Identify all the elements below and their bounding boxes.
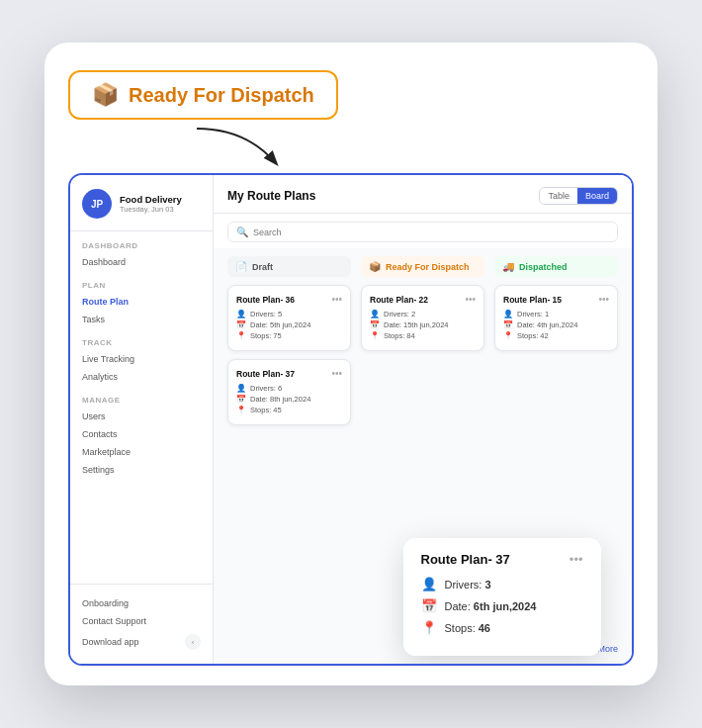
board-view-button[interactable]: Board: [577, 188, 617, 204]
card-route-15: Route Plan- 15 ••• 👤 Drivers: 1 📅 Date: …: [494, 285, 618, 351]
card-menu-15[interactable]: •••: [598, 294, 609, 305]
dispatch-badge-icon: 📦: [92, 82, 119, 108]
tooltip-menu[interactable]: •••: [570, 552, 583, 567]
sidebar-item-users[interactable]: Users: [70, 408, 213, 425]
sidebar-item-contact-support[interactable]: Contact Support: [70, 612, 213, 630]
badge-area: 📦 Ready For Dispatch: [68, 70, 634, 120]
sidebar-item-route-plan[interactable]: Route Plan: [70, 293, 213, 311]
arrow-area: [118, 124, 634, 173]
card-route-36: Route Plan- 36 ••• 👤 Drivers: 5 📅 Date: …: [227, 285, 351, 351]
view-toggle: Table Board: [539, 187, 618, 205]
tooltip-drivers-row: 👤 Drivers: 3: [421, 577, 583, 592]
sidebar-item-marketplace[interactable]: Marketplace: [70, 443, 213, 461]
tooltip-drivers-icon: 👤: [421, 577, 437, 592]
col-header-ready: 📦 Ready For Dispatch: [361, 256, 484, 277]
ready-col-label: Ready For Dispatch: [386, 262, 470, 272]
tooltip-date-row: 📅 Date: 6th jun,2024: [421, 598, 583, 613]
sidebar: JP Food Delivery Tuesday, Jun 03 Dashboa…: [70, 175, 214, 664]
sidebar-logo: JP Food Delivery Tuesday, Jun 03: [70, 189, 213, 231]
card-title-37: Route Plan- 37: [236, 369, 295, 379]
main-card: 📦 Ready For Dispatch JP: [44, 43, 658, 685]
tooltip-title: Route Plan- 37 •••: [421, 552, 583, 567]
card-menu-37[interactable]: •••: [331, 368, 342, 379]
search-icon: 🔍: [236, 227, 248, 237]
draft-col-icon: 📄: [235, 261, 247, 272]
main-content: My Route Plans Table Board 🔍: [214, 175, 632, 664]
page-title: My Route Plans: [227, 189, 315, 203]
dispatched-col-icon: 🚚: [502, 261, 514, 272]
sidebar-item-live-tracking[interactable]: Live Tracking: [70, 350, 213, 368]
card-title-22: Route Plan- 22: [370, 295, 428, 305]
app-date: Tuesday, Jun 03: [120, 205, 182, 214]
card-title-36: Route Plan- 36: [236, 295, 295, 305]
col-header-dispatched: 🚚 Dispatched: [494, 256, 618, 277]
sidebar-bottom: Onboarding Contact Support Download app …: [70, 584, 213, 654]
card-route-37: Route Plan- 37 ••• 👤 Drivers: 6 📅 Date: …: [227, 359, 351, 425]
collapse-icon[interactable]: ‹: [185, 634, 201, 650]
card-route-22: Route Plan- 22 ••• 👤 Drivers: 2 📅 Date: …: [361, 285, 484, 351]
tooltip-date-icon: 📅: [421, 598, 437, 613]
dispatch-badge-text: Ready For Dispatch: [129, 84, 314, 107]
avatar: JP: [82, 189, 112, 219]
ready-col-icon: 📦: [369, 261, 381, 272]
kanban-col-draft: 📄 Draft Route Plan- 36 ••• 👤 Drivers: 5: [227, 256, 351, 656]
app-name: Food Delivery: [120, 194, 182, 205]
search-input[interactable]: [253, 228, 609, 237]
search-input-wrap: 🔍: [227, 222, 618, 242]
search-bar: 🔍: [214, 214, 632, 248]
sidebar-item-dashboard[interactable]: Dashboard: [70, 253, 213, 271]
section-label-track: Track: [70, 328, 213, 350]
sidebar-item-settings[interactable]: Settings: [70, 461, 213, 479]
section-label-plan: Plan: [70, 271, 213, 293]
content-header: My Route Plans Table Board: [214, 175, 632, 214]
card-title-15: Route Plan- 15: [503, 295, 562, 305]
curved-arrow-svg: [118, 124, 315, 173]
app-window: JP Food Delivery Tuesday, Jun 03 Dashboa…: [68, 173, 634, 666]
outer-wrapper: 📦 Ready For Dispatch JP: [0, 0, 702, 728]
draft-col-label: Draft: [252, 262, 273, 272]
sidebar-item-tasks[interactable]: Tasks: [70, 311, 213, 328]
sidebar-item-download-app[interactable]: Download app ‹: [70, 630, 213, 654]
section-label-manage: Manage: [70, 386, 213, 408]
dispatched-col-label: Dispatched: [519, 262, 568, 272]
card-menu-36[interactable]: •••: [331, 294, 342, 305]
dispatch-badge: 📦 Ready For Dispatch: [68, 70, 338, 120]
sidebar-item-onboarding[interactable]: Onboarding: [70, 594, 213, 612]
logo-text: Food Delivery Tuesday, Jun 03: [120, 194, 182, 214]
table-view-button[interactable]: Table: [540, 188, 577, 204]
tooltip-stops-row: 📍 Stops: 46: [421, 620, 583, 635]
sidebar-item-analytics[interactable]: Analytics: [70, 368, 213, 386]
section-label-dashboard: Dashboard: [70, 231, 213, 253]
kanban-area: 📄 Draft Route Plan- 36 ••• 👤 Drivers: 5: [214, 248, 632, 664]
col-header-draft: 📄 Draft: [227, 256, 351, 277]
sidebar-item-contacts[interactable]: Contacts: [70, 425, 213, 443]
tooltip-card: Route Plan- 37 ••• 👤 Drivers: 3 📅 Date: …: [403, 538, 601, 656]
card-menu-22[interactable]: •••: [465, 294, 476, 305]
tooltip-stops-icon: 📍: [421, 620, 437, 635]
